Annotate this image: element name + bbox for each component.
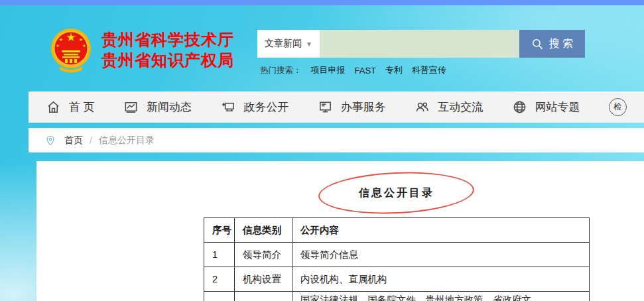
cell-category: 领导简介 <box>235 243 292 267</box>
chevron-down-icon: ▼ <box>306 40 312 48</box>
search-bar: 文章新闻 ▼ 搜 索 <box>257 30 585 58</box>
nav-item-home[interactable]: 首 页 <box>46 99 95 115</box>
search-icon <box>531 38 544 50</box>
inspect-badge-icon[interactable]: 检 <box>609 98 627 116</box>
search-button[interactable]: 搜 索 <box>519 30 585 58</box>
table-row: 2 机构设置 内设机构、直属机构 <box>204 267 590 292</box>
main-nav: 首 页 新闻动态 政务公开 办事服务 互动交 <box>29 91 644 123</box>
location-pin-icon <box>44 135 56 147</box>
search-input[interactable] <box>320 30 519 58</box>
nav-item-topics[interactable]: 网站专题 <box>512 99 580 115</box>
svg-text:★: ★ <box>79 37 83 42</box>
site-logo-link[interactable]: ★ ★ ★ ★ ★ 贵州省科学技术厅 贵州省知识产权局 <box>50 27 234 73</box>
search-category-label: 文章新闻 <box>265 38 302 50</box>
cell-category: 机构设置 <box>235 267 292 292</box>
cell-category <box>235 292 292 301</box>
nav-item-services[interactable]: 办事服务 <box>318 99 386 115</box>
org-line1: 贵州省科学技术厅 <box>101 29 234 50</box>
search-category-dropdown[interactable]: 文章新闻 ▼ <box>257 30 320 58</box>
breadcrumb-current: 信息公开目录 <box>99 135 155 147</box>
cell-num: 1 <box>204 243 235 267</box>
breadcrumb-home-link[interactable]: 首页 <box>64 135 83 147</box>
home-icon <box>46 99 61 115</box>
hot-term-science[interactable]: 科普宣传 <box>412 64 446 76</box>
topics-icon <box>512 99 527 115</box>
nav-label: 政务公开 <box>243 99 289 115</box>
services-icon <box>318 99 333 115</box>
svg-text:★: ★ <box>56 44 59 48</box>
info-catalog-table: 序号 信息类别 公开内容 1 领导简介 领导简介信息 2 机构设置 内设机构、直… <box>204 217 590 301</box>
table-row: 国家法律法规、国务院文件、贵州地方政策、省政府文 <box>204 292 590 301</box>
main-content-panel: 信息公开目录 序号 信息类别 公开内容 1 领导简介 领导简介信息 2 机构设置… <box>36 161 644 301</box>
svg-text:★: ★ <box>66 31 76 44</box>
org-line2: 贵州省知识产权局 <box>101 50 234 70</box>
hot-search-label: 热门搜索： <box>260 65 302 76</box>
cell-content: 内设机构、直属机构 <box>292 267 590 292</box>
breadcrumb: 首页 / 信息公开目录 <box>29 128 644 152</box>
nav-item-interaction[interactable]: 互动交流 <box>415 99 483 115</box>
top-accent-strip <box>0 0 644 5</box>
nav-label: 办事服务 <box>341 99 386 115</box>
header-content: 公开内容 <box>292 218 590 243</box>
hot-term-project[interactable]: 项目申报 <box>311 64 346 76</box>
gov-open-icon <box>220 99 235 115</box>
nav-item-news[interactable]: 新闻动态 <box>123 99 192 115</box>
nav-label: 互动交流 <box>438 99 483 115</box>
org-names: 贵州省科学技术厅 贵州省知识产权局 <box>101 29 234 70</box>
nav-label: 网站专题 <box>535 99 580 115</box>
svg-text:★: ★ <box>82 44 86 48</box>
svg-text:★: ★ <box>59 37 63 42</box>
title-annotation-ellipse: 信息公开目录 <box>318 169 475 217</box>
header-category: 信息类别 <box>235 218 292 243</box>
nav-label: 首 页 <box>69 99 95 115</box>
inspect-badge-label: 检 <box>613 101 621 113</box>
header-num: 序号 <box>204 218 235 243</box>
cell-content: 国家法律法规、国务院文件、贵州地方政策、省政府文 <box>292 292 590 301</box>
cell-num <box>204 292 235 301</box>
national-emblem-icon: ★ ★ ★ ★ ★ <box>50 27 92 73</box>
breadcrumb-separator: / <box>90 135 92 146</box>
interaction-icon <box>415 99 430 115</box>
cell-content: 领导简介信息 <box>292 243 590 267</box>
nav-item-gov-open[interactable]: 政务公开 <box>220 99 289 115</box>
page-title: 信息公开目录 <box>359 186 434 200</box>
hot-search-row: 热门搜索： 项目申报 FAST 专利 科普宣传 <box>260 64 446 76</box>
news-icon <box>123 99 139 115</box>
hot-term-fast[interactable]: FAST <box>355 66 377 76</box>
nav-label: 新闻动态 <box>147 99 192 115</box>
search-button-label: 搜 索 <box>549 37 573 51</box>
hot-term-patent[interactable]: 专利 <box>385 64 403 76</box>
table-row: 1 领导简介 领导简介信息 <box>204 243 590 267</box>
cell-num: 2 <box>204 267 235 292</box>
table-header-row: 序号 信息类别 公开内容 <box>204 218 590 243</box>
